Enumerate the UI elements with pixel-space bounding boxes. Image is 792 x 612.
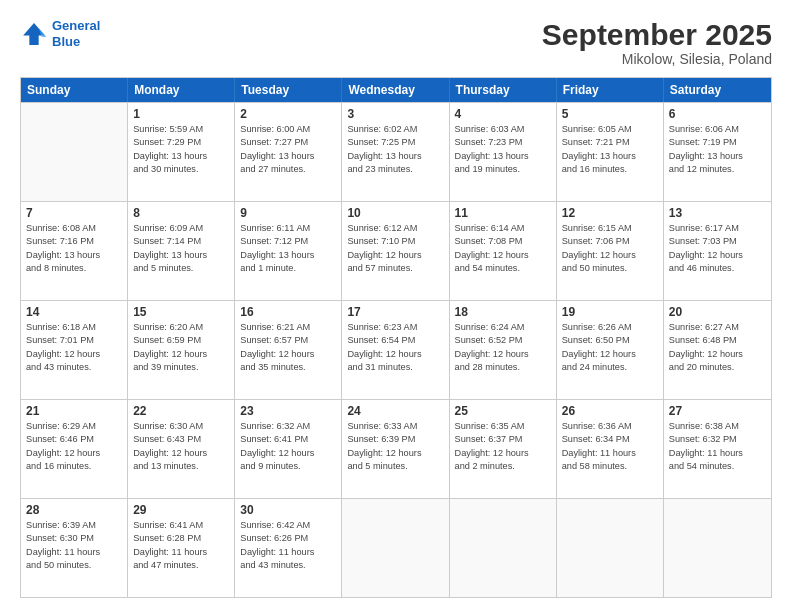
day-number: 18 bbox=[455, 305, 551, 319]
day-info: Sunrise: 6:24 AM Sunset: 6:52 PM Dayligh… bbox=[455, 321, 551, 374]
day-cell-7: 7Sunrise: 6:08 AM Sunset: 7:16 PM Daylig… bbox=[21, 202, 128, 300]
day-info: Sunrise: 6:27 AM Sunset: 6:48 PM Dayligh… bbox=[669, 321, 766, 374]
day-number: 3 bbox=[347, 107, 443, 121]
day-cell-13: 13Sunrise: 6:17 AM Sunset: 7:03 PM Dayli… bbox=[664, 202, 771, 300]
day-number: 19 bbox=[562, 305, 658, 319]
week-row-2: 7Sunrise: 6:08 AM Sunset: 7:16 PM Daylig… bbox=[21, 201, 771, 300]
day-number: 6 bbox=[669, 107, 766, 121]
day-cell-23: 23Sunrise: 6:32 AM Sunset: 6:41 PM Dayli… bbox=[235, 400, 342, 498]
day-number: 29 bbox=[133, 503, 229, 517]
day-info: Sunrise: 6:29 AM Sunset: 6:46 PM Dayligh… bbox=[26, 420, 122, 473]
day-cell-2: 2Sunrise: 6:00 AM Sunset: 7:27 PM Daylig… bbox=[235, 103, 342, 201]
day-info: Sunrise: 6:38 AM Sunset: 6:32 PM Dayligh… bbox=[669, 420, 766, 473]
week-row-3: 14Sunrise: 6:18 AM Sunset: 7:01 PM Dayli… bbox=[21, 300, 771, 399]
day-number: 20 bbox=[669, 305, 766, 319]
day-number: 28 bbox=[26, 503, 122, 517]
day-cell-19: 19Sunrise: 6:26 AM Sunset: 6:50 PM Dayli… bbox=[557, 301, 664, 399]
day-info: Sunrise: 6:39 AM Sunset: 6:30 PM Dayligh… bbox=[26, 519, 122, 572]
day-info: Sunrise: 6:08 AM Sunset: 7:16 PM Dayligh… bbox=[26, 222, 122, 275]
day-cell-3: 3Sunrise: 6:02 AM Sunset: 7:25 PM Daylig… bbox=[342, 103, 449, 201]
day-cell-9: 9Sunrise: 6:11 AM Sunset: 7:12 PM Daylig… bbox=[235, 202, 342, 300]
header-day-tuesday: Tuesday bbox=[235, 78, 342, 102]
day-info: Sunrise: 6:32 AM Sunset: 6:41 PM Dayligh… bbox=[240, 420, 336, 473]
day-number: 14 bbox=[26, 305, 122, 319]
day-number: 21 bbox=[26, 404, 122, 418]
day-cell-11: 11Sunrise: 6:14 AM Sunset: 7:08 PM Dayli… bbox=[450, 202, 557, 300]
day-cell-16: 16Sunrise: 6:21 AM Sunset: 6:57 PM Dayli… bbox=[235, 301, 342, 399]
day-number: 27 bbox=[669, 404, 766, 418]
day-info: Sunrise: 6:14 AM Sunset: 7:08 PM Dayligh… bbox=[455, 222, 551, 275]
empty-cell-4-6 bbox=[664, 499, 771, 597]
day-number: 22 bbox=[133, 404, 229, 418]
day-number: 8 bbox=[133, 206, 229, 220]
location: Mikolow, Silesia, Poland bbox=[542, 51, 772, 67]
day-info: Sunrise: 6:03 AM Sunset: 7:23 PM Dayligh… bbox=[455, 123, 551, 176]
day-number: 4 bbox=[455, 107, 551, 121]
empty-cell-0-0 bbox=[21, 103, 128, 201]
day-number: 5 bbox=[562, 107, 658, 121]
day-cell-29: 29Sunrise: 6:41 AM Sunset: 6:28 PM Dayli… bbox=[128, 499, 235, 597]
logo: General Blue bbox=[20, 18, 100, 49]
day-cell-17: 17Sunrise: 6:23 AM Sunset: 6:54 PM Dayli… bbox=[342, 301, 449, 399]
calendar-header-row: SundayMondayTuesdayWednesdayThursdayFrid… bbox=[21, 78, 771, 102]
logo-text: General Blue bbox=[52, 18, 100, 49]
day-cell-10: 10Sunrise: 6:12 AM Sunset: 7:10 PM Dayli… bbox=[342, 202, 449, 300]
day-info: Sunrise: 6:35 AM Sunset: 6:37 PM Dayligh… bbox=[455, 420, 551, 473]
header-day-saturday: Saturday bbox=[664, 78, 771, 102]
day-info: Sunrise: 6:15 AM Sunset: 7:06 PM Dayligh… bbox=[562, 222, 658, 275]
day-number: 13 bbox=[669, 206, 766, 220]
day-cell-30: 30Sunrise: 6:42 AM Sunset: 6:26 PM Dayli… bbox=[235, 499, 342, 597]
day-number: 11 bbox=[455, 206, 551, 220]
empty-cell-4-4 bbox=[450, 499, 557, 597]
day-number: 1 bbox=[133, 107, 229, 121]
day-cell-4: 4Sunrise: 6:03 AM Sunset: 7:23 PM Daylig… bbox=[450, 103, 557, 201]
day-number: 17 bbox=[347, 305, 443, 319]
month-title: September 2025 bbox=[542, 18, 772, 51]
day-number: 9 bbox=[240, 206, 336, 220]
day-number: 24 bbox=[347, 404, 443, 418]
week-row-4: 21Sunrise: 6:29 AM Sunset: 6:46 PM Dayli… bbox=[21, 399, 771, 498]
day-number: 7 bbox=[26, 206, 122, 220]
day-info: Sunrise: 6:21 AM Sunset: 6:57 PM Dayligh… bbox=[240, 321, 336, 374]
day-cell-22: 22Sunrise: 6:30 AM Sunset: 6:43 PM Dayli… bbox=[128, 400, 235, 498]
day-info: Sunrise: 5:59 AM Sunset: 7:29 PM Dayligh… bbox=[133, 123, 229, 176]
logo-line2: Blue bbox=[52, 34, 80, 49]
day-cell-25: 25Sunrise: 6:35 AM Sunset: 6:37 PM Dayli… bbox=[450, 400, 557, 498]
day-info: Sunrise: 6:36 AM Sunset: 6:34 PM Dayligh… bbox=[562, 420, 658, 473]
day-info: Sunrise: 6:00 AM Sunset: 7:27 PM Dayligh… bbox=[240, 123, 336, 176]
day-cell-18: 18Sunrise: 6:24 AM Sunset: 6:52 PM Dayli… bbox=[450, 301, 557, 399]
day-number: 15 bbox=[133, 305, 229, 319]
day-cell-1: 1Sunrise: 5:59 AM Sunset: 7:29 PM Daylig… bbox=[128, 103, 235, 201]
day-cell-14: 14Sunrise: 6:18 AM Sunset: 7:01 PM Dayli… bbox=[21, 301, 128, 399]
day-cell-28: 28Sunrise: 6:39 AM Sunset: 6:30 PM Dayli… bbox=[21, 499, 128, 597]
day-cell-8: 8Sunrise: 6:09 AM Sunset: 7:14 PM Daylig… bbox=[128, 202, 235, 300]
header-day-monday: Monday bbox=[128, 78, 235, 102]
day-cell-5: 5Sunrise: 6:05 AM Sunset: 7:21 PM Daylig… bbox=[557, 103, 664, 201]
day-info: Sunrise: 6:18 AM Sunset: 7:01 PM Dayligh… bbox=[26, 321, 122, 374]
day-info: Sunrise: 6:41 AM Sunset: 6:28 PM Dayligh… bbox=[133, 519, 229, 572]
day-info: Sunrise: 6:33 AM Sunset: 6:39 PM Dayligh… bbox=[347, 420, 443, 473]
day-number: 16 bbox=[240, 305, 336, 319]
empty-cell-4-5 bbox=[557, 499, 664, 597]
empty-cell-4-3 bbox=[342, 499, 449, 597]
header-day-friday: Friday bbox=[557, 78, 664, 102]
day-number: 30 bbox=[240, 503, 336, 517]
day-cell-15: 15Sunrise: 6:20 AM Sunset: 6:59 PM Dayli… bbox=[128, 301, 235, 399]
day-info: Sunrise: 6:26 AM Sunset: 6:50 PM Dayligh… bbox=[562, 321, 658, 374]
day-cell-27: 27Sunrise: 6:38 AM Sunset: 6:32 PM Dayli… bbox=[664, 400, 771, 498]
calendar-body: 1Sunrise: 5:59 AM Sunset: 7:29 PM Daylig… bbox=[21, 102, 771, 597]
day-number: 25 bbox=[455, 404, 551, 418]
day-info: Sunrise: 6:11 AM Sunset: 7:12 PM Dayligh… bbox=[240, 222, 336, 275]
day-cell-26: 26Sunrise: 6:36 AM Sunset: 6:34 PM Dayli… bbox=[557, 400, 664, 498]
title-block: September 2025 Mikolow, Silesia, Poland bbox=[542, 18, 772, 67]
day-info: Sunrise: 6:06 AM Sunset: 7:19 PM Dayligh… bbox=[669, 123, 766, 176]
header-day-wednesday: Wednesday bbox=[342, 78, 449, 102]
day-info: Sunrise: 6:12 AM Sunset: 7:10 PM Dayligh… bbox=[347, 222, 443, 275]
day-info: Sunrise: 6:30 AM Sunset: 6:43 PM Dayligh… bbox=[133, 420, 229, 473]
day-info: Sunrise: 6:42 AM Sunset: 6:26 PM Dayligh… bbox=[240, 519, 336, 572]
day-number: 26 bbox=[562, 404, 658, 418]
header-day-thursday: Thursday bbox=[450, 78, 557, 102]
week-row-5: 28Sunrise: 6:39 AM Sunset: 6:30 PM Dayli… bbox=[21, 498, 771, 597]
calendar: SundayMondayTuesdayWednesdayThursdayFrid… bbox=[20, 77, 772, 598]
logo-line1: General bbox=[52, 18, 100, 33]
